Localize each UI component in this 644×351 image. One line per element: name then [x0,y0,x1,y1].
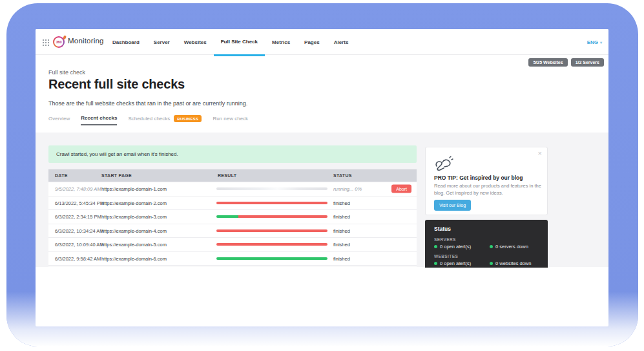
result-progress-bar [216,257,327,260]
tab-bar: Overview Recent checks Scheduled checks … [48,115,248,125]
recent-checks-table: DATE START PAGE RESULT STATUS 9/5/2022, … [48,169,417,267]
nav-item-alerts[interactable]: Alerts [327,29,356,55]
table-row: 6/13/2022, 5:45:34 PM https://example-do… [48,196,417,210]
status-card: Status SERVERS 0 open alert(s) 0 servers… [425,220,548,268]
col-header-result: RESULT [218,173,236,178]
check-date: 9/5/2022, 7:48:09 AM [55,186,101,192]
websites-open-alerts-label: 0 open alert(s) [440,261,471,266]
table-row: 9/5/2022, 7:48:09 AM https://example-dom… [48,182,417,196]
result-progress-bar [216,215,327,218]
websites-down-label: 0 websites down [495,261,531,266]
table-row: 6/3/2022, 10:34:24 AM https://example-do… [48,224,417,238]
page-description: Those are the full website checks that r… [48,100,247,107]
pro-tip-body: Read more about our products and feature… [434,183,543,197]
nav-item-pages[interactable]: Pages [297,29,327,55]
nav-item-dashboard[interactable]: Dashboard [105,29,147,55]
green-status-dot-icon [434,262,437,265]
brand-logo-icon[interactable]: 360 [53,36,65,48]
chevron-down-icon: ▾ [600,40,602,45]
nav-menu: Dashboard Server Websites Full Site Chec… [105,29,355,55]
result-progress-bar [216,202,327,204]
check-date: 6/3/2022, 2:34:15 PM [55,214,101,220]
green-status-dot-icon [490,262,493,265]
servers-usage-badge[interactable]: 1/2 Servers [571,58,604,67]
result-progress-bar [216,187,327,190]
websites-status-row: 0 open alert(s) 0 websites down [434,261,541,266]
tab-run-new-check[interactable]: Run new check [213,116,248,125]
servers-down-label: 0 servers down [495,244,528,250]
nav-item-server[interactable]: Server [147,29,177,55]
check-status: finished [333,200,350,206]
check-status: running... 0% [333,186,362,192]
nav-item-full-site-check[interactable]: Full Site Check [214,29,265,56]
check-url: https://example-domain-5.com [101,242,167,248]
crawl-started-banner: Crawl started, you will get an email whe… [48,145,417,163]
check-url: https://example-domain-3.com [101,214,167,220]
col-header-status: STATUS [333,173,352,178]
col-header-date: DATE [55,173,68,178]
servers-status-row: 0 open alert(s) 0 servers down [434,244,541,250]
tab-scheduled-checks[interactable]: Scheduled checks BUSINESS [128,115,202,125]
usage-badges: 5/25 Websites 1/2 Servers [528,58,604,67]
check-status: finished [333,228,350,233]
pro-tip-card: × PRO TIP: Get inspired by our blog Read… [425,147,548,215]
language-label: ENG [587,39,598,45]
screenshot-canvas: 360 Monitoring Dashboard Server Websites… [0,0,644,351]
check-url: https://example-domain-4.com [101,228,167,233]
banner-text: Crawl started, you will get an email whe… [56,151,178,157]
servers-down: 0 servers down [490,244,528,250]
table-row: 6/3/2022, 9:58:42 AM https://example-dom… [48,251,417,266]
table-row-clipped [48,265,417,267]
brand-logo-number: 360 [54,37,63,47]
websites-open-alerts: 0 open alert(s) [434,261,490,266]
top-navbar: 360 Monitoring Dashboard Server Websites… [36,29,608,55]
brand-name: Monitoring [68,37,104,45]
servers-section-label: SERVERS [434,237,456,242]
business-plan-badge: BUSINESS [174,115,202,122]
table-header: DATE START PAGE RESULT STATUS [48,169,417,182]
servers-open-alerts-label: 0 open alert(s) [440,244,471,250]
check-date: 6/13/2022, 5:45:34 PM [55,200,104,206]
status-card-title: Status [434,226,451,232]
check-url: https://example-domain-2.com [101,200,167,206]
check-status: finished [333,255,350,261]
result-progress-bar [216,243,327,246]
check-url: https://example-domain-6.com [101,255,167,261]
green-status-dot-icon [434,245,437,248]
check-date: 6/3/2022, 10:09:40 AM [55,242,103,248]
col-header-start-page: START PAGE [101,173,132,178]
visit-blog-button[interactable]: Visit our Blog [434,200,471,211]
result-progress-bar [216,229,327,232]
tab-recent-checks[interactable]: Recent checks [81,115,117,125]
tab-scheduled-checks-label: Scheduled checks [128,116,170,122]
check-status: finished [333,242,350,248]
pro-tip-body-line2: Get inspired by new ideas. [446,190,503,196]
pro-tip-title: PRO TIP: Get inspired by our blog [434,175,523,181]
check-date: 6/3/2022, 9:58:42 AM [55,255,101,261]
websites-section-label: WEBSITES [434,254,458,259]
table-row: 6/3/2022, 2:34:15 PM https://example-dom… [48,209,417,224]
language-selector[interactable]: ENG ▾ [587,29,602,55]
servers-open-alerts: 0 open alert(s) [434,244,490,250]
check-url: https://example-domain-1.com [101,186,167,192]
breadcrumb: Full site check [48,69,85,76]
tab-overview[interactable]: Overview [48,116,70,125]
app-window: 360 Monitoring Dashboard Server Websites… [36,29,608,326]
check-date: 6/3/2022, 10:34:24 AM [55,228,103,233]
table-row: 6/3/2022, 10:09:40 AM https://example-do… [48,237,417,251]
snap-fingers-icon [434,156,453,173]
websites-usage-badge[interactable]: 5/25 Websites [528,58,567,67]
page-title: Recent full site checks [48,77,185,92]
nav-item-metrics[interactable]: Metrics [265,29,297,55]
check-status: finished [333,214,350,220]
websites-down: 0 websites down [490,261,531,266]
nav-item-websites[interactable]: Websites [177,29,214,55]
green-status-dot-icon [490,245,493,248]
app-launcher-grid-icon[interactable] [42,39,49,46]
abort-button[interactable]: Abort [391,185,411,193]
close-icon[interactable]: × [538,150,542,157]
